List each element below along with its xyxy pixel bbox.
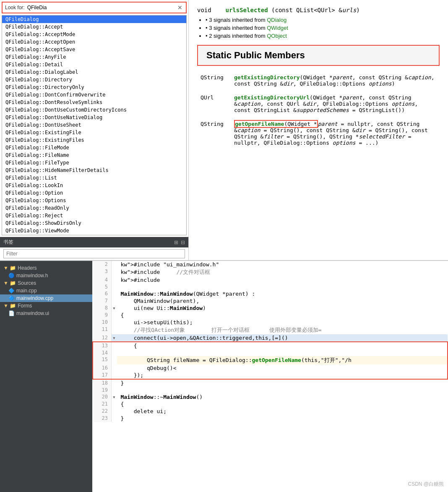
code-table: 2kw">#include "ui_mainwindow.h"3kw">#inc… bbox=[92, 261, 448, 422]
code-line-10: 10 ui->setupUi(this); bbox=[93, 319, 448, 326]
list-item[interactable]: QFileDialog::Options bbox=[2, 197, 186, 204]
line-arrow bbox=[111, 326, 117, 334]
line-number: 18 bbox=[93, 379, 111, 387]
list-item[interactable]: QFileDialog::DontResolveSymlinks bbox=[2, 99, 186, 106]
list-item[interactable]: QFileDialog::Accept bbox=[2, 23, 186, 31]
line-arrow bbox=[111, 312, 117, 319]
tree-item-mainwindow-ui[interactable]: 📄 mainwindow.ui bbox=[0, 310, 92, 317]
code-line-3: 3kw">#include //文件对话框 bbox=[93, 268, 448, 276]
line-number: 19 bbox=[93, 387, 111, 393]
list-item[interactable]: QFileDialog::ViewMode bbox=[2, 227, 186, 234]
line-code bbox=[117, 387, 448, 393]
list-item[interactable]: QFileDialog::FileName bbox=[2, 151, 186, 159]
item-list[interactable]: QFileDialogQFileDialog::AcceptQFileDialo… bbox=[2, 15, 187, 235]
line-number: 8 bbox=[93, 305, 111, 312]
line-code: } bbox=[117, 415, 448, 422]
member-row-get-existing-directory: QString getExistingDirectory(QWidget *pa… bbox=[197, 72, 440, 89]
tree-item-Headers[interactable]: ▼ 📁 Headers bbox=[0, 264, 92, 272]
file-tree: ▼ 📁 Headers🔵 mainwindow.h▼ 📁 Sources🔷 ma… bbox=[0, 261, 92, 492]
line-code: kw">#include //文件对话框 bbox=[117, 268, 448, 276]
bookmark-add-icon[interactable]: ⊞ bbox=[174, 239, 178, 245]
tree-item-mainwindow-cpp[interactable]: 🔷 mainwindow.cpp bbox=[0, 294, 92, 302]
line-code: { bbox=[117, 342, 448, 349]
list-item[interactable]: QFileDialog::Reject bbox=[2, 212, 186, 219]
tree-item-mainwindow-h[interactable]: 🔵 mainwindow.h bbox=[0, 272, 92, 279]
list-item[interactable]: QFileDialog::DontUseSheet bbox=[2, 121, 186, 129]
line-number: 15 bbox=[93, 356, 111, 364]
tree-item-label: mainwindow.cpp bbox=[16, 295, 53, 301]
list-item[interactable]: QFileDialog::AnyFile bbox=[2, 53, 186, 61]
bookmark-remove-icon[interactable]: ⊟ bbox=[181, 239, 185, 245]
line-arrow bbox=[111, 364, 117, 372]
list-item[interactable]: QFileDialog::ShowDirsOnly bbox=[2, 219, 186, 227]
line-number: 10 bbox=[93, 319, 111, 326]
line-number: 6 bbox=[93, 290, 111, 297]
filter-input[interactable] bbox=[3, 249, 185, 258]
line-arrow bbox=[111, 319, 117, 326]
list-item[interactable]: ~QFileDialog bbox=[2, 234, 186, 235]
signal-qwidget: 3 signals inherited from QWidget bbox=[206, 25, 440, 31]
list-item[interactable]: QFileDialog::AcceptOpen bbox=[2, 38, 186, 46]
tree-item-Sources[interactable]: ▼ 📁 Sources bbox=[0, 279, 92, 287]
list-item[interactable]: QFileDialog::ExistingFiles bbox=[2, 136, 186, 144]
members-table: QString getExistingDirectory(QWidget *pa… bbox=[197, 72, 440, 148]
line-code: { bbox=[117, 312, 448, 319]
line-code: connect(ui->open,&QAction::triggered,thi… bbox=[117, 334, 448, 342]
line-code: { bbox=[117, 401, 448, 408]
code-editor: 2kw">#include "ui_mainwindow.h"3kw">#inc… bbox=[92, 261, 448, 492]
list-item[interactable]: QFileDialog::AcceptSave bbox=[2, 46, 186, 53]
list-item[interactable]: QFileDialog::Option bbox=[2, 189, 186, 197]
list-item[interactable]: QFileDialog::ExistingFile bbox=[2, 129, 186, 136]
bookmarks-bar: 书签 ⊞ ⊟ bbox=[0, 237, 188, 247]
signal-qobject: 2 signals inherited from QObject bbox=[206, 33, 440, 39]
list-item[interactable]: QFileDialog::AcceptMode bbox=[2, 31, 186, 38]
list-item[interactable]: QFileDialog::List bbox=[2, 174, 186, 182]
code-line-17: 17 }); bbox=[93, 372, 448, 379]
qobject-link[interactable]: QObject bbox=[267, 33, 287, 39]
right-panel: void urlsSelected (const QList<QUrl> &ur… bbox=[189, 0, 448, 260]
tree-item-main-cpp[interactable]: 🔷 main.cpp bbox=[0, 287, 92, 294]
list-item[interactable]: QFileDialog bbox=[2, 16, 186, 23]
code-line-4: 4kw">#include bbox=[93, 276, 448, 284]
line-arrow bbox=[111, 349, 117, 356]
qdialog-link[interactable]: QDialog bbox=[267, 17, 287, 23]
code-line-11: 11 //寻找QAction对象 打开一个对话框 使用外部变量必须加= bbox=[93, 326, 448, 334]
line-code: ui->setupUi(this); bbox=[117, 319, 448, 326]
bookmarks-label: 书签 bbox=[3, 239, 13, 246]
line-number: 4 bbox=[93, 276, 111, 284]
line-code: }); bbox=[117, 372, 448, 379]
code-line-2: 2kw">#include "ui_mainwindow.h" bbox=[93, 261, 448, 268]
h-file-icon: 🔵 bbox=[8, 273, 15, 279]
code-line-12: 12▾ connect(ui->open,&QAction::triggered… bbox=[93, 334, 448, 342]
ui-file-icon: 📄 bbox=[8, 310, 15, 316]
code-line-15: 15 QString fileName = QFileDialog::getOp… bbox=[93, 356, 448, 364]
code-line-19: 19 bbox=[93, 387, 448, 393]
folder-icon: ▼ 📁 bbox=[3, 265, 16, 271]
list-item[interactable]: QFileDialog::DontUseNativeDialog bbox=[2, 114, 186, 121]
line-arrow bbox=[111, 261, 117, 268]
line-arrow bbox=[111, 284, 117, 290]
list-item[interactable]: QFileDialog::FileType bbox=[2, 159, 186, 167]
list-item[interactable]: QFileDialog::DontConfirmOverwrite bbox=[2, 91, 186, 99]
list-item[interactable]: QFileDialog::DialogLabel bbox=[2, 68, 186, 76]
line-arrow bbox=[111, 379, 117, 387]
list-item[interactable]: QFileDialog::Directory bbox=[2, 76, 186, 83]
list-item[interactable]: QFileDialog::LookIn bbox=[2, 182, 186, 189]
line-arrow bbox=[111, 297, 117, 305]
search-input[interactable] bbox=[27, 5, 177, 10]
line-code bbox=[117, 349, 448, 356]
list-item[interactable]: QFileDialog::ReadOnly bbox=[2, 204, 186, 212]
line-arrow bbox=[111, 408, 117, 415]
list-item[interactable]: QFileDialog::Detail bbox=[2, 61, 186, 68]
list-item[interactable]: QFileDialog::HideNameFilterDetails bbox=[2, 167, 186, 174]
qwidget-link[interactable]: QWidget bbox=[267, 25, 288, 31]
list-item[interactable]: QFileDialog::FileMode bbox=[2, 144, 186, 151]
code-line-22: 22 delete ui; bbox=[93, 408, 448, 415]
tree-item-Forms[interactable]: ▼ 📁 Forms bbox=[0, 302, 92, 310]
line-code: ui(new Ui::MainWindow) bbox=[117, 305, 448, 312]
code-line-9: 9{ bbox=[93, 312, 448, 319]
line-arrow bbox=[111, 356, 117, 364]
search-clear-icon[interactable]: ✕ bbox=[177, 4, 183, 11]
list-item[interactable]: QFileDialog::DirectoryOnly bbox=[2, 83, 186, 91]
list-item[interactable]: QFileDialog::DontUseCustomDirectoryIcons bbox=[2, 106, 186, 114]
